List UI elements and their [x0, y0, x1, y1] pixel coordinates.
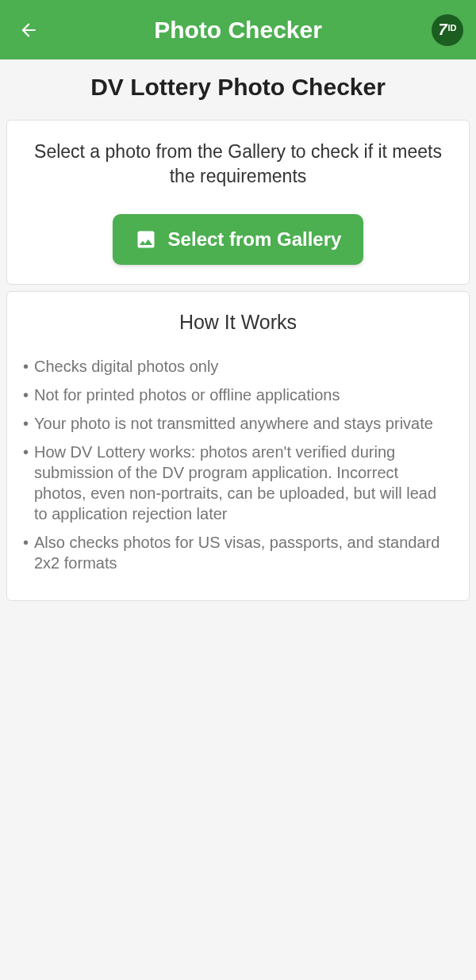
list-item: Also checks photos for US visas, passpor…: [23, 532, 453, 573]
list-item: Not for printed photos or offline applic…: [23, 385, 453, 405]
page-title: DV Lottery Photo Checker: [0, 59, 476, 113]
logo-seven-icon: 7: [438, 21, 447, 39]
app-logo-badge[interactable]: 7 ID: [432, 14, 463, 46]
list-item: Checks digital photos only: [23, 356, 453, 377]
how-it-works-title: How It Works: [23, 311, 453, 334]
list-item: How DV Lottery works: photos aren't veri…: [23, 442, 453, 524]
select-photo-card: Select a photo from the Gallery to check…: [6, 120, 470, 285]
logo-id-text: ID: [448, 23, 457, 33]
instruction-text: Select a photo from the Gallery to check…: [26, 140, 450, 189]
back-button[interactable]: [13, 14, 44, 46]
app-header: Photo Checker 7 ID: [0, 0, 476, 59]
select-from-gallery-button[interactable]: Select from Gallery: [113, 214, 364, 265]
how-it-works-card: How It Works Checks digital photos only …: [6, 291, 470, 601]
header-title: Photo Checker: [154, 17, 322, 44]
list-item: Your photo is not transmitted anywhere a…: [23, 413, 453, 434]
gallery-icon: [135, 228, 157, 251]
info-list: Checks digital photos only Not for print…: [23, 356, 453, 573]
select-button-label: Select from Gallery: [168, 228, 342, 251]
back-arrow-icon: [18, 20, 39, 40]
